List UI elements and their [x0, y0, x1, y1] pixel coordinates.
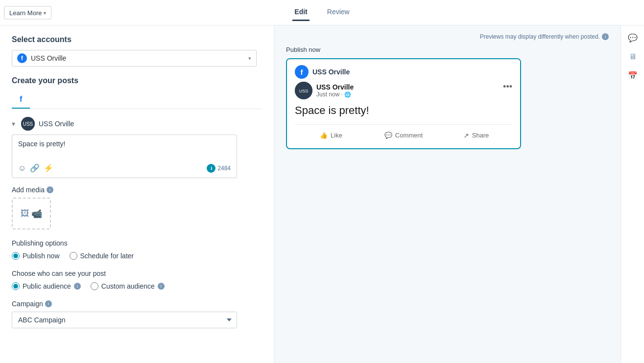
globe-icon: 🌐 — [344, 91, 351, 98]
comment-icon: 💬 — [384, 132, 392, 139]
left-panel: Select accounts f USS Orville ▾ Create y… — [0, 25, 274, 363]
svg-text:USS: USS — [23, 121, 33, 127]
learn-more-button[interactable]: Learn More ▾ — [4, 6, 51, 19]
char-count-value: 2484 — [217, 165, 231, 172]
select-accounts-title: Select accounts — [12, 35, 262, 44]
char-count-icon: ℹ — [211, 166, 212, 171]
publishing-options: Publishing options Publish now Schedule … — [12, 239, 262, 260]
public-audience-info-icon[interactable]: i — [74, 283, 81, 290]
audience-section: Choose who can see your post Public audi… — [12, 270, 262, 290]
more-options-button[interactable]: ••• — [503, 82, 512, 92]
publish-now-label: Publish now — [23, 252, 60, 260]
public-audience-radio[interactable] — [12, 282, 20, 290]
preview-avatar: USS — [295, 82, 312, 99]
sidebar-icon-2[interactable]: 🖥 — [629, 52, 637, 61]
collapse-button[interactable]: ▾ — [12, 120, 15, 128]
account-post-header: ▾ USS USS Orville — [12, 117, 262, 131]
post-tab-bar: f — [12, 91, 262, 109]
right-sidebar: 💬 🖥 📅 — [620, 25, 644, 363]
dot-separator: · — [341, 91, 342, 98]
video-upload-icon: 📹 — [31, 208, 42, 219]
add-media-label: Add media i — [12, 186, 262, 194]
image-upload-icon: 🖼 — [21, 208, 29, 219]
share-action[interactable]: ↗ Share — [440, 129, 512, 142]
campaign-label: Campaign i — [12, 300, 262, 308]
custom-audience-radio[interactable] — [91, 282, 98, 290]
comment-action[interactable]: 💬 Comment — [367, 129, 440, 142]
facebook-icon-small: f — [17, 53, 27, 63]
preview-card: f USS Orville USS USS Orville — [286, 58, 521, 149]
selected-account-name: USS Orville — [31, 54, 66, 62]
facebook-tab-icon: f — [20, 95, 22, 103]
post-text-content[interactable]: Space is pretty! — [18, 140, 231, 159]
preview-account-name: USS Orville — [316, 83, 354, 91]
tab-review[interactable]: Review — [325, 4, 352, 21]
sidebar-icon-3[interactable]: 📅 — [628, 71, 638, 80]
preview-avatar-svg: USS — [295, 82, 312, 99]
account-selector[interactable]: f USS Orville ▾ — [12, 50, 257, 67]
account-post-name: USS Orville — [39, 120, 74, 128]
like-action[interactable]: 👍 Like — [295, 129, 367, 142]
add-media-section: Add media i 🖼 📹 — [12, 186, 262, 229]
tab-edit[interactable]: Edit — [292, 4, 309, 21]
audience-label: Choose who can see your post — [12, 270, 262, 277]
public-audience-option[interactable]: Public audience i — [12, 282, 81, 290]
preview-account-details: USS Orville Just now · 🌐 — [316, 83, 354, 98]
audience-options: Public audience i Custom audience i — [12, 282, 262, 290]
account-avatar: USS — [21, 117, 35, 131]
custom-audience-info-icon[interactable]: i — [158, 283, 165, 290]
schedule-later-radio[interactable] — [70, 252, 77, 260]
post-editor: Space is pretty! ☺ 🔗 ⚡ ℹ 2484 — [12, 135, 237, 178]
create-posts-section: Create your posts f ▾ USS USS Orville — [12, 76, 262, 328]
char-count-circle: ℹ — [207, 164, 215, 173]
learn-more-label: Learn More — [9, 9, 42, 16]
preview-account-row: USS USS Orville Just now · 🌐 ••• — [295, 82, 512, 99]
selector-chevron-icon: ▾ — [248, 55, 251, 62]
toolbar-icons: ☺ 🔗 ⚡ — [18, 163, 53, 173]
preview-card-header: f USS Orville — [287, 59, 520, 82]
schedule-later-label: Schedule for later — [80, 252, 134, 260]
campaign-section: Campaign i ABC Campaign Campaign 2 Campa… — [12, 300, 262, 328]
preview-post-text: Space is pretty! — [295, 103, 512, 118]
custom-audience-option[interactable]: Custom audience i — [91, 282, 165, 290]
like-icon: 👍 — [320, 132, 328, 139]
preview-note: Previews may display differently when po… — [286, 33, 609, 40]
share-icon: ↗ — [463, 132, 469, 139]
editor-toolbar: ☺ 🔗 ⚡ ℹ 2484 — [18, 163, 231, 173]
chevron-down-icon: ▾ — [44, 10, 46, 15]
publishing-radio-group: Publish now Schedule for later — [12, 252, 262, 260]
preview-card-body: USS USS Orville Just now · 🌐 ••• — [287, 82, 520, 148]
publishing-options-label: Publishing options — [12, 239, 262, 247]
publish-label: Publish now — [286, 46, 609, 53]
campaign-info-icon[interactable]: i — [45, 300, 52, 307]
public-audience-label: Public audience — [23, 282, 71, 290]
preview-timestamp: Just now · 🌐 — [316, 91, 354, 98]
add-media-info-icon[interactable]: i — [47, 186, 53, 193]
schedule-later-option[interactable]: Schedule for later — [70, 252, 134, 260]
preview-note-info-icon[interactable]: i — [602, 33, 609, 40]
facebook-header-icon: f — [295, 65, 309, 79]
right-panel: Previews may display differently when po… — [274, 25, 620, 363]
create-posts-title: Create your posts — [12, 76, 262, 85]
main-content: Select accounts f USS Orville ▾ Create y… — [0, 25, 644, 363]
avatar-svg: USS — [21, 117, 35, 131]
lightning-icon[interactable]: ⚡ — [44, 163, 53, 173]
publish-now-radio[interactable] — [12, 252, 20, 260]
publish-now-option[interactable]: Publish now — [12, 252, 60, 260]
preview-avatar-info: USS USS Orville Just now · 🌐 — [295, 82, 354, 99]
sidebar-icon-1[interactable]: 💬 — [628, 33, 638, 43]
media-upload-box[interactable]: 🖼 📹 — [12, 198, 51, 229]
preview-actions: 👍 Like 💬 Comment ↗ Share — [295, 124, 512, 142]
char-count: ℹ 2484 — [207, 164, 231, 173]
custom-audience-label: Custom audience — [101, 282, 155, 290]
post-tab-facebook[interactable]: f — [12, 91, 30, 109]
svg-text:USS: USS — [299, 89, 309, 93]
tab-bar: Edit Review — [292, 4, 351, 21]
preview-page-name: USS Orville — [312, 68, 350, 76]
campaign-select[interactable]: ABC Campaign Campaign 2 Campaign 3 — [12, 312, 237, 328]
emoji-icon[interactable]: ☺ — [18, 164, 26, 173]
top-bar: Learn More ▾ Edit Review — [0, 0, 644, 25]
attachment-icon[interactable]: 🔗 — [30, 163, 40, 173]
